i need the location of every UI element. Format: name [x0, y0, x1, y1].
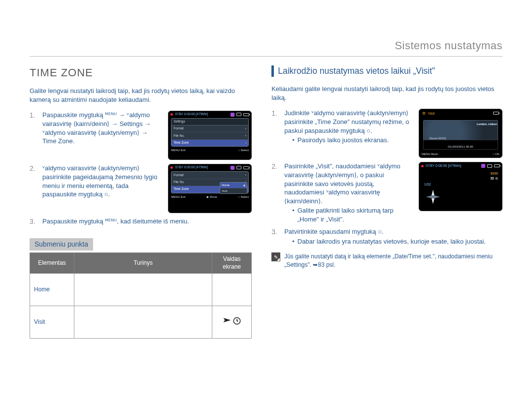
- note-text: Jūs galite nustatyti datą ir laiką eleme…: [284, 252, 502, 268]
- intro-left: Galite lengvai nustatyti laikrodį taip, …: [30, 87, 252, 104]
- section-title-timezone: TIME ZONE: [30, 65, 252, 80]
- compass-icon: [424, 188, 442, 206]
- step-2-right: Pasirinkite „Visit", naudodamiesi ᵛaldym…: [284, 162, 400, 204]
- col-content: Turinys: [74, 253, 212, 273]
- step-number: 1.: [271, 109, 279, 158]
- step-3-left: Paspauskite mygtuką ᴹᴱᴺᵁ, kad išeitumėte…: [42, 217, 252, 226]
- step-3-right-sub: Dabar laikrodis yra nustatytas vietovės,…: [298, 237, 486, 246]
- step-number: 3.: [271, 227, 279, 246]
- section-title-visit: Laikrodžio nustatymas vietos laikui „Vis…: [271, 65, 502, 77]
- step-number: 3.: [30, 217, 37, 226]
- screenshot-settings-sublist: STBY 0:00:00 [475Min] Format› File No.› …: [168, 164, 252, 213]
- col-element: Elementas: [30, 253, 74, 273]
- submenu-heading: Submeniu punkta: [30, 238, 93, 250]
- col-display: Vaidas ekrane: [212, 253, 252, 273]
- step-number: 2.: [30, 164, 37, 213]
- screenshot-standby: STBY 0:00:00 [475Min] 9999 🖼 ⚙ 1/32: [419, 162, 502, 211]
- screenshot-worldmap: ⚙ Visit London, Lisbon [Home 00:00] 01/J…: [419, 109, 502, 158]
- table-row: Visit: [30, 306, 252, 338]
- page-number: ⠀⠀: [29, 377, 39, 385]
- step-1-right: Judinkite ᵛaldymo vairasvirtę ⟨auktyn/em…: [284, 109, 409, 134]
- intro-right: Keliaudami galite lengvai nustatyti laik…: [271, 85, 502, 102]
- table-row: Home: [30, 273, 252, 306]
- step-number: 2.: [271, 162, 279, 223]
- step-1-right-sub: Pasirodys laiko juostos ekranas.: [298, 136, 389, 145]
- gear-icon: ⚙: [422, 111, 426, 117]
- step-1-left: Paspauskite mygtuką ᴹᴱᴺᵁ → ᵛaldymo vaira…: [42, 111, 163, 160]
- plane-clock-icon: [223, 316, 241, 325]
- step-2-left: ᵛaldymo vairasvirte ⟨auktyn/emyn⟩ pasiri…: [42, 164, 163, 213]
- submenu-table: Elementas Turinys Vaidas ekrane Home Vis…: [30, 252, 252, 338]
- step-number: 1.: [30, 111, 37, 160]
- page-header: Sistemos nustatymas: [30, 38, 502, 57]
- screenshot-settings-list: STBY 0:00:00 [475Min] Settings Format› F…: [168, 111, 252, 160]
- note-icon: ✎: [271, 252, 280, 261]
- step-2-right-sub: Galite patikrinti laiko skirtumą tarp „H…: [298, 206, 414, 223]
- step-3-right: Patvirtinkite spausdami mygtuką ○.: [284, 228, 384, 235]
